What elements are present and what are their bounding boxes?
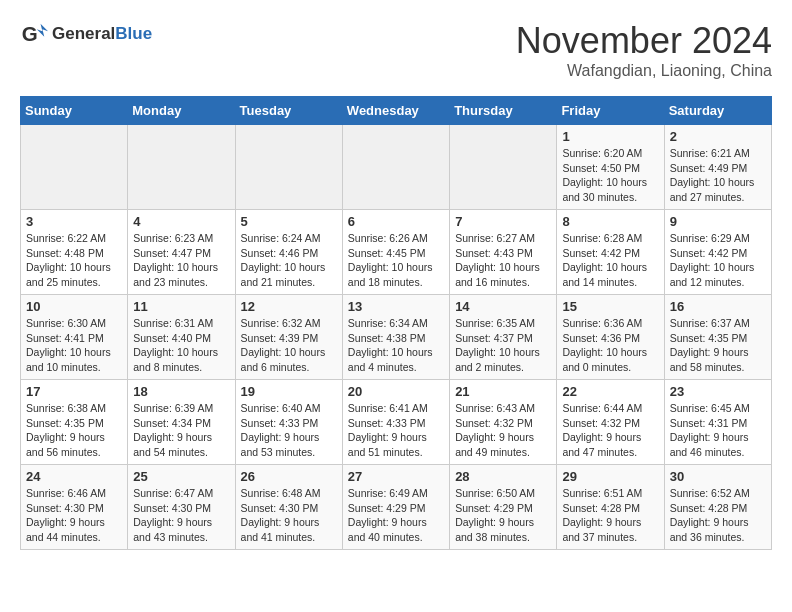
day-number: 8 [562,214,658,229]
day-number: 27 [348,469,444,484]
day-cell: 13Sunrise: 6:34 AM Sunset: 4:38 PM Dayli… [342,295,449,380]
logo-general: General [52,24,115,43]
day-number: 26 [241,469,337,484]
header-row: SundayMondayTuesdayWednesdayThursdayFrid… [21,97,772,125]
day-cell [128,125,235,210]
day-number: 19 [241,384,337,399]
day-number: 1 [562,129,658,144]
day-cell: 17Sunrise: 6:38 AM Sunset: 4:35 PM Dayli… [21,380,128,465]
day-number: 12 [241,299,337,314]
day-number: 24 [26,469,122,484]
day-cell: 4Sunrise: 6:23 AM Sunset: 4:47 PM Daylig… [128,210,235,295]
day-info: Sunrise: 6:24 AM Sunset: 4:46 PM Dayligh… [241,231,337,290]
day-cell: 7Sunrise: 6:27 AM Sunset: 4:43 PM Daylig… [450,210,557,295]
day-cell: 3Sunrise: 6:22 AM Sunset: 4:48 PM Daylig… [21,210,128,295]
logo-blue: Blue [115,24,152,43]
day-number: 15 [562,299,658,314]
day-info: Sunrise: 6:32 AM Sunset: 4:39 PM Dayligh… [241,316,337,375]
header-cell-tuesday: Tuesday [235,97,342,125]
day-cell: 25Sunrise: 6:47 AM Sunset: 4:30 PM Dayli… [128,465,235,550]
day-info: Sunrise: 6:52 AM Sunset: 4:28 PM Dayligh… [670,486,766,545]
header-cell-friday: Friday [557,97,664,125]
day-cell: 29Sunrise: 6:51 AM Sunset: 4:28 PM Dayli… [557,465,664,550]
day-info: Sunrise: 6:21 AM Sunset: 4:49 PM Dayligh… [670,146,766,205]
logo: G GeneralBlue [20,20,152,48]
day-cell: 28Sunrise: 6:50 AM Sunset: 4:29 PM Dayli… [450,465,557,550]
day-info: Sunrise: 6:41 AM Sunset: 4:33 PM Dayligh… [348,401,444,460]
day-number: 21 [455,384,551,399]
day-info: Sunrise: 6:35 AM Sunset: 4:37 PM Dayligh… [455,316,551,375]
day-cell: 24Sunrise: 6:46 AM Sunset: 4:30 PM Dayli… [21,465,128,550]
header-cell-thursday: Thursday [450,97,557,125]
day-cell: 26Sunrise: 6:48 AM Sunset: 4:30 PM Dayli… [235,465,342,550]
week-row-4: 17Sunrise: 6:38 AM Sunset: 4:35 PM Dayli… [21,380,772,465]
day-info: Sunrise: 6:50 AM Sunset: 4:29 PM Dayligh… [455,486,551,545]
day-number: 29 [562,469,658,484]
week-row-1: 1Sunrise: 6:20 AM Sunset: 4:50 PM Daylig… [21,125,772,210]
day-info: Sunrise: 6:48 AM Sunset: 4:30 PM Dayligh… [241,486,337,545]
day-number: 18 [133,384,229,399]
day-cell: 9Sunrise: 6:29 AM Sunset: 4:42 PM Daylig… [664,210,771,295]
day-info: Sunrise: 6:51 AM Sunset: 4:28 PM Dayligh… [562,486,658,545]
day-info: Sunrise: 6:47 AM Sunset: 4:30 PM Dayligh… [133,486,229,545]
day-number: 3 [26,214,122,229]
week-row-3: 10Sunrise: 6:30 AM Sunset: 4:41 PM Dayli… [21,295,772,380]
day-number: 28 [455,469,551,484]
day-cell: 16Sunrise: 6:37 AM Sunset: 4:35 PM Dayli… [664,295,771,380]
day-info: Sunrise: 6:34 AM Sunset: 4:38 PM Dayligh… [348,316,444,375]
day-cell [21,125,128,210]
day-number: 16 [670,299,766,314]
day-info: Sunrise: 6:39 AM Sunset: 4:34 PM Dayligh… [133,401,229,460]
calendar-title: November 2024 [516,20,772,62]
day-number: 13 [348,299,444,314]
title-section: November 2024 Wafangdian, Liaoning, Chin… [516,20,772,80]
day-info: Sunrise: 6:20 AM Sunset: 4:50 PM Dayligh… [562,146,658,205]
day-number: 25 [133,469,229,484]
day-number: 7 [455,214,551,229]
day-number: 20 [348,384,444,399]
day-info: Sunrise: 6:38 AM Sunset: 4:35 PM Dayligh… [26,401,122,460]
header-cell-saturday: Saturday [664,97,771,125]
day-number: 10 [26,299,122,314]
day-cell [235,125,342,210]
day-info: Sunrise: 6:31 AM Sunset: 4:40 PM Dayligh… [133,316,229,375]
day-cell: 20Sunrise: 6:41 AM Sunset: 4:33 PM Dayli… [342,380,449,465]
day-cell: 14Sunrise: 6:35 AM Sunset: 4:37 PM Dayli… [450,295,557,380]
day-info: Sunrise: 6:45 AM Sunset: 4:31 PM Dayligh… [670,401,766,460]
day-cell: 5Sunrise: 6:24 AM Sunset: 4:46 PM Daylig… [235,210,342,295]
day-cell: 22Sunrise: 6:44 AM Sunset: 4:32 PM Dayli… [557,380,664,465]
day-number: 23 [670,384,766,399]
day-info: Sunrise: 6:27 AM Sunset: 4:43 PM Dayligh… [455,231,551,290]
day-info: Sunrise: 6:22 AM Sunset: 4:48 PM Dayligh… [26,231,122,290]
svg-marker-1 [37,24,48,37]
day-cell: 19Sunrise: 6:40 AM Sunset: 4:33 PM Dayli… [235,380,342,465]
day-cell: 21Sunrise: 6:43 AM Sunset: 4:32 PM Dayli… [450,380,557,465]
day-info: Sunrise: 6:29 AM Sunset: 4:42 PM Dayligh… [670,231,766,290]
day-info: Sunrise: 6:23 AM Sunset: 4:47 PM Dayligh… [133,231,229,290]
day-cell: 30Sunrise: 6:52 AM Sunset: 4:28 PM Dayli… [664,465,771,550]
day-number: 4 [133,214,229,229]
day-info: Sunrise: 6:37 AM Sunset: 4:35 PM Dayligh… [670,316,766,375]
header-cell-wednesday: Wednesday [342,97,449,125]
day-info: Sunrise: 6:40 AM Sunset: 4:33 PM Dayligh… [241,401,337,460]
day-info: Sunrise: 6:46 AM Sunset: 4:30 PM Dayligh… [26,486,122,545]
day-number: 22 [562,384,658,399]
day-info: Sunrise: 6:49 AM Sunset: 4:29 PM Dayligh… [348,486,444,545]
day-info: Sunrise: 6:26 AM Sunset: 4:45 PM Dayligh… [348,231,444,290]
day-cell: 15Sunrise: 6:36 AM Sunset: 4:36 PM Dayli… [557,295,664,380]
svg-text:G: G [22,22,38,45]
header: G GeneralBlue November 2024 Wafangdian, … [20,20,772,80]
day-cell: 18Sunrise: 6:39 AM Sunset: 4:34 PM Dayli… [128,380,235,465]
day-cell: 12Sunrise: 6:32 AM Sunset: 4:39 PM Dayli… [235,295,342,380]
day-number: 9 [670,214,766,229]
day-info: Sunrise: 6:30 AM Sunset: 4:41 PM Dayligh… [26,316,122,375]
day-number: 30 [670,469,766,484]
day-cell: 8Sunrise: 6:28 AM Sunset: 4:42 PM Daylig… [557,210,664,295]
day-info: Sunrise: 6:44 AM Sunset: 4:32 PM Dayligh… [562,401,658,460]
day-number: 5 [241,214,337,229]
day-cell [342,125,449,210]
day-number: 17 [26,384,122,399]
day-info: Sunrise: 6:28 AM Sunset: 4:42 PM Dayligh… [562,231,658,290]
day-number: 14 [455,299,551,314]
week-row-2: 3Sunrise: 6:22 AM Sunset: 4:48 PM Daylig… [21,210,772,295]
